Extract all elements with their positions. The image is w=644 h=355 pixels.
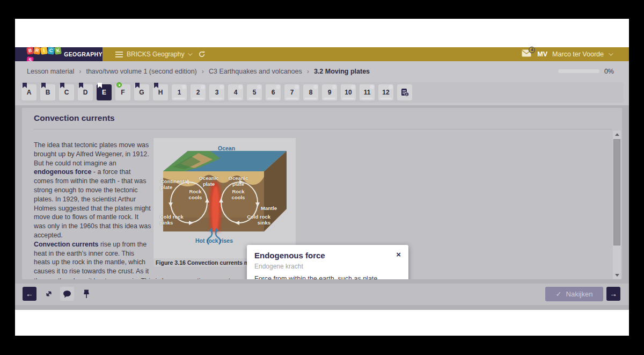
tab-label: 11 xyxy=(364,89,371,96)
popup-subtitle: Endogene kracht xyxy=(254,263,401,270)
scroll-down-arrow[interactable] xyxy=(613,271,621,279)
breadcrumb-link[interactable]: C3 Earthquakes and volcanoes xyxy=(209,68,302,75)
tab-label: 12 xyxy=(382,89,389,96)
logo-letter: B xyxy=(26,47,34,55)
tab-label: 10 xyxy=(345,89,352,96)
tab-label: G xyxy=(139,89,144,96)
tab-progress-bar xyxy=(211,98,223,100)
tab-2[interactable]: 2 xyxy=(191,84,206,100)
back-button[interactable]: ← xyxy=(23,287,36,301)
breadcrumb: Lesson material›thavo/tvwo volume 1 (sec… xyxy=(27,61,370,81)
tab-label: D xyxy=(83,89,88,96)
glossary-term[interactable]: endogenous force xyxy=(34,168,91,176)
breadcrumb-current: 3.2 Moving plates xyxy=(314,68,370,75)
scroll-up-arrow[interactable] xyxy=(613,131,621,139)
paragraph-text: The idea that tectonic plates move was b… xyxy=(34,141,149,167)
close-icon[interactable]: × xyxy=(396,251,401,258)
tab-progress-bar xyxy=(248,98,260,100)
tab-g[interactable]: G xyxy=(134,84,149,100)
fig-label-ocean: Ocean xyxy=(218,146,235,151)
tab-7[interactable]: 7 xyxy=(284,84,299,100)
fullscreen-button[interactable] xyxy=(42,287,56,301)
glossary-term[interactable]: Convection currents xyxy=(34,241,99,248)
tab-f[interactable]: F xyxy=(115,84,130,100)
speech-bubble-icon xyxy=(63,290,71,298)
user-menu[interactable]: Marco ter Voorde xyxy=(552,50,604,58)
tab-progress-bar xyxy=(380,98,392,100)
tab-h[interactable]: H xyxy=(153,84,168,100)
tab-label: 4 xyxy=(234,89,238,96)
fig-label-rock-cools: Rock cools xyxy=(228,189,249,200)
bookmark-icon xyxy=(98,83,102,88)
status-dot xyxy=(332,85,336,89)
avatar-initials: MV xyxy=(537,50,547,58)
tab-e[interactable]: E xyxy=(97,84,112,100)
pin-button[interactable] xyxy=(79,287,93,301)
tab-label: 1 xyxy=(178,89,181,96)
paragraph-text: - a force that comes from within the ear… xyxy=(34,168,151,239)
tab-10[interactable]: 10 xyxy=(341,84,356,100)
next-button[interactable]: → xyxy=(606,287,620,301)
status-dot xyxy=(238,85,243,89)
tab-label: 5 xyxy=(253,89,257,96)
tab-c[interactable]: C xyxy=(59,84,74,100)
tab-label: B xyxy=(46,89,50,96)
fig-label-oceanic-plate: Oceanic plate xyxy=(196,176,221,187)
check-icon: ✓ xyxy=(556,290,562,298)
tab-label: 9 xyxy=(328,89,332,96)
lesson-text: The idea that tectonic plates move was b… xyxy=(34,141,151,277)
tab-6[interactable]: 6 xyxy=(266,84,281,100)
divider xyxy=(34,129,612,129)
bookmark-icon xyxy=(41,83,46,88)
breadcrumb-link[interactable]: thavo/tvwo volume 1 (second edition) xyxy=(86,68,196,75)
pin-icon xyxy=(83,289,90,299)
breadcrumb-separator: › xyxy=(307,68,309,75)
logo-letter: K xyxy=(54,47,62,55)
chevron-down-icon xyxy=(188,51,193,55)
mail-badge: 4 xyxy=(529,47,535,53)
scrollbar[interactable] xyxy=(613,131,621,279)
logo-letter: C xyxy=(47,47,54,54)
bookmark-icon xyxy=(79,83,83,88)
tab-label: C xyxy=(64,89,69,96)
nakijken-button[interactable]: ✓ Nakijken xyxy=(545,287,603,301)
scrollbar-thumb[interactable] xyxy=(613,139,620,245)
tab-label: 7 xyxy=(290,89,294,96)
comment-button[interactable] xyxy=(60,287,74,301)
breadcrumb-separator: › xyxy=(202,68,204,75)
tab-5[interactable]: 5 xyxy=(247,84,262,100)
course-menu[interactable]: BRICKS Geography xyxy=(127,50,184,58)
tab-d[interactable]: D xyxy=(78,84,93,100)
tab-9[interactable]: 9 xyxy=(322,84,337,100)
tab-4[interactable]: 4 xyxy=(228,84,243,100)
nakijken-label: Nakijken xyxy=(566,290,593,298)
eye-icon xyxy=(116,82,122,88)
tab-progress-bar xyxy=(192,98,204,100)
status-dot xyxy=(313,85,318,89)
tab-summary[interactable] xyxy=(397,84,412,100)
tab-progress-bar xyxy=(173,98,185,100)
hamburger-icon[interactable] xyxy=(115,52,123,57)
tab-progress-bar xyxy=(342,98,354,100)
bricks-logo[interactable]: BRICKS GEOGRAPHY xyxy=(15,47,103,61)
tab-label: 3 xyxy=(215,89,219,96)
tab-progress-bar xyxy=(361,98,373,100)
tab-a[interactable]: A xyxy=(21,84,36,100)
breadcrumb-link[interactable]: Lesson material xyxy=(27,68,74,75)
tab-progress-bar xyxy=(305,98,317,100)
app-window: BRICKS GEOGRAPHY BRICKS Geography xyxy=(15,19,629,336)
tab-11[interactable]: 11 xyxy=(360,84,375,100)
breadcrumb-separator: › xyxy=(79,68,81,75)
tab-b[interactable]: B xyxy=(40,84,55,100)
mail-button[interactable]: 4 xyxy=(522,49,532,59)
tab-1[interactable]: 1 xyxy=(172,84,187,100)
tab-progress-bar xyxy=(324,98,335,100)
tab-3[interactable]: 3 xyxy=(209,84,224,100)
refresh-icon[interactable] xyxy=(198,50,206,58)
glossary-popup: Endogenous force × Endogene kracht Force… xyxy=(247,245,408,280)
tab-8[interactable]: 8 xyxy=(303,84,318,100)
status-dot xyxy=(276,85,280,89)
tab-progress-bar xyxy=(230,98,241,100)
tab-12[interactable]: 12 xyxy=(378,84,393,100)
status-dot xyxy=(219,85,224,89)
